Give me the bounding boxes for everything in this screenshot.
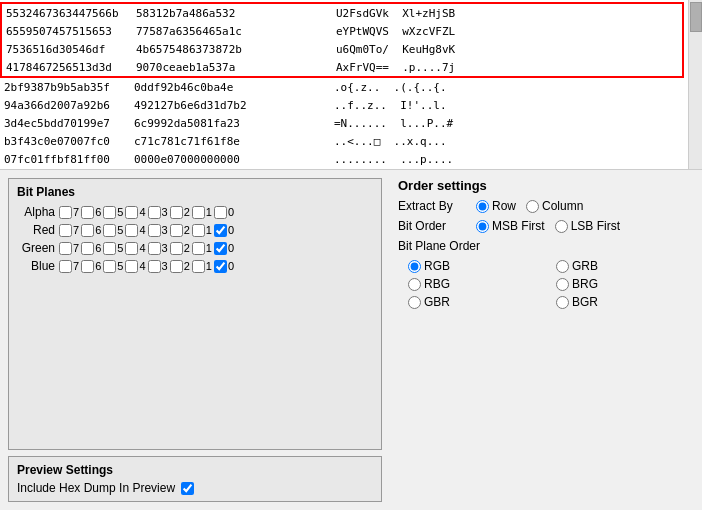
blue-6-checkbox[interactable] [81,260,94,273]
blue-checks: 7 6 5 4 3 2 1 0 [59,260,234,273]
green-5-checkbox[interactable] [103,242,116,255]
blue-1-checkbox[interactable] [192,260,205,273]
hex-row-4: 2bf9387b9b5ab35f0ddf92b46c0ba4e.o{.z.. .… [0,78,702,96]
green-1-checkbox[interactable] [192,242,205,255]
scrollbar-thumb[interactable] [690,2,702,32]
alpha-4-checkbox[interactable] [125,206,138,219]
alpha-5-checkbox[interactable] [103,206,116,219]
hex-bytes-1: 77587a6356465a1c [136,25,336,38]
highlighted-hex-wrapper: 5532467363447566b58312b7a486a532U2FsdGVk… [0,2,684,78]
green-3-checkbox[interactable] [148,242,161,255]
blue-7-label[interactable]: 7 [59,260,79,273]
blue-2-label[interactable]: 2 [170,260,190,273]
green-4-label[interactable]: 4 [125,242,145,255]
green-0-label[interactable]: 0 [214,242,234,255]
red-6-label[interactable]: 6 [81,224,101,237]
green-2-label[interactable]: 2 [170,242,190,255]
alpha-4-label[interactable]: 4 [125,206,145,219]
blue-label: Blue [17,259,55,273]
blue-2-checkbox[interactable] [170,260,183,273]
blue-3-checkbox[interactable] [148,260,161,273]
alpha-0-label[interactable]: 0 [214,206,234,219]
blue-1-label[interactable]: 1 [192,260,212,273]
hex-ascii-2: u6Qm0To/ KeuHg8vK [336,43,455,56]
rgb-label[interactable]: RGB [408,259,546,273]
blue-4-label[interactable]: 4 [125,260,145,273]
green-7-label[interactable]: 7 [59,242,79,255]
green-6-checkbox[interactable] [81,242,94,255]
blue-3-label[interactable]: 3 [148,260,168,273]
red-7-label[interactable]: 7 [59,224,79,237]
green-1-label[interactable]: 1 [192,242,212,255]
alpha-3-checkbox[interactable] [148,206,161,219]
alpha-1-checkbox[interactable] [192,206,205,219]
bgr-radio[interactable] [556,296,569,309]
green-3-label[interactable]: 3 [148,242,168,255]
hex-row-1: 655950745751565377587a6356465a1ceYPtWQVS… [2,22,682,40]
extract-by-row-radio[interactable] [476,200,489,213]
red-0-label[interactable]: 0 [214,224,234,237]
rbg-radio[interactable] [408,278,421,291]
bit-order-radio-group: MSB First LSB First [476,219,620,233]
hex-bytes-0: 58312b7a486a532 [136,7,336,20]
include-hex-checkbox[interactable] [181,482,194,495]
gbr-radio[interactable] [408,296,421,309]
red-7-checkbox[interactable] [59,224,72,237]
red-0-checkbox[interactable] [214,224,227,237]
rgb-radio[interactable] [408,260,421,273]
msb-first-radio[interactable] [476,220,489,233]
extract-by-column-radio[interactable] [526,200,539,213]
brg-label[interactable]: BRG [556,277,694,291]
red-6-checkbox[interactable] [81,224,94,237]
include-hex-label: Include Hex Dump In Preview [17,481,175,495]
red-5-checkbox[interactable] [103,224,116,237]
alpha-7-label[interactable]: 7 [59,206,79,219]
rbg-label[interactable]: RBG [408,277,546,291]
green-4-checkbox[interactable] [125,242,138,255]
blue-0-checkbox[interactable] [214,260,227,273]
hex-addr-8: 07fc01ffbf81ff00 [4,153,134,166]
blue-0-label[interactable]: 0 [214,260,234,273]
lsb-first-radio[interactable] [555,220,568,233]
red-2-checkbox[interactable] [170,224,183,237]
green-2-checkbox[interactable] [170,242,183,255]
extract-by-row-label[interactable]: Row [476,199,516,213]
red-1-label[interactable]: 1 [192,224,212,237]
red-4-checkbox[interactable] [125,224,138,237]
alpha-2-checkbox[interactable] [170,206,183,219]
red-1-checkbox[interactable] [192,224,205,237]
green-6-label[interactable]: 6 [81,242,101,255]
alpha-0-checkbox[interactable] [214,206,227,219]
bit-planes-box: Bit Planes Alpha 7 6 5 4 3 2 1 0 Red [8,178,382,450]
grb-label[interactable]: GRB [556,259,694,273]
blue-6-label[interactable]: 6 [81,260,101,273]
blue-5-checkbox[interactable] [103,260,116,273]
extract-by-column-label[interactable]: Column [526,199,583,213]
alpha-1-label[interactable]: 1 [192,206,212,219]
brg-radio[interactable] [556,278,569,291]
green-5-label[interactable]: 5 [103,242,123,255]
alpha-5-label[interactable]: 5 [103,206,123,219]
blue-5-label[interactable]: 5 [103,260,123,273]
alpha-3-label[interactable]: 3 [148,206,168,219]
alpha-7-checkbox[interactable] [59,206,72,219]
red-3-label[interactable]: 3 [148,224,168,237]
alpha-6-label[interactable]: 6 [81,206,101,219]
msb-first-label[interactable]: MSB First [476,219,545,233]
gbr-label[interactable]: GBR [408,295,546,309]
blue-4-checkbox[interactable] [125,260,138,273]
bgr-label[interactable]: BGR [556,295,694,309]
grb-radio[interactable] [556,260,569,273]
red-4-label[interactable]: 4 [125,224,145,237]
blue-7-checkbox[interactable] [59,260,72,273]
lsb-first-label[interactable]: LSB First [555,219,620,233]
hex-ascii-8: ........ ...p.... [334,153,453,166]
red-5-label[interactable]: 5 [103,224,123,237]
green-7-checkbox[interactable] [59,242,72,255]
scrollbar[interactable] [688,0,702,169]
red-3-checkbox[interactable] [148,224,161,237]
alpha-6-checkbox[interactable] [81,206,94,219]
green-0-checkbox[interactable] [214,242,227,255]
red-2-label[interactable]: 2 [170,224,190,237]
alpha-2-label[interactable]: 2 [170,206,190,219]
